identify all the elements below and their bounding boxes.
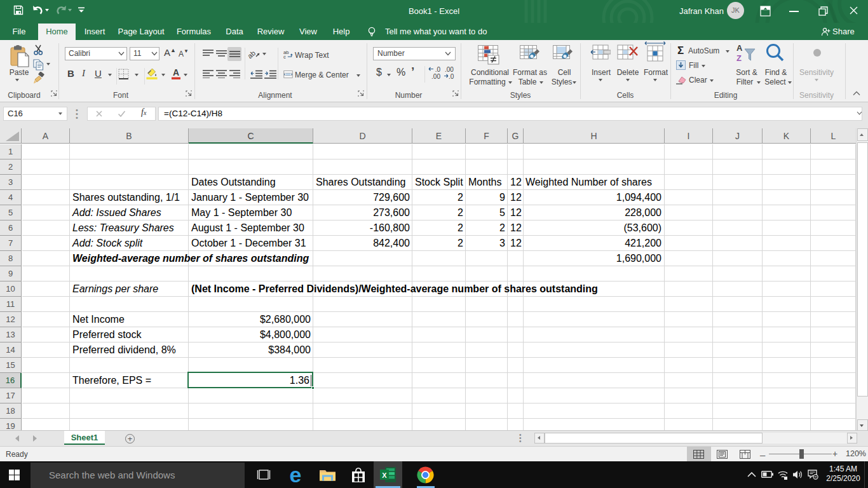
- svg-text:Z: Z: [736, 53, 742, 63]
- svg-text:.0: .0: [435, 66, 441, 73]
- svg-text:A: A: [736, 43, 743, 53]
- svg-text:.0: .0: [449, 73, 454, 80]
- svg-text:A: A: [173, 67, 179, 78]
- svg-text:ab: ab: [248, 49, 257, 60]
- svg-text:.00: .00: [445, 66, 454, 73]
- svg-text:c: c: [283, 54, 286, 60]
- svg-text:.00: .00: [431, 73, 440, 80]
- svg-text:X: X: [382, 471, 387, 479]
